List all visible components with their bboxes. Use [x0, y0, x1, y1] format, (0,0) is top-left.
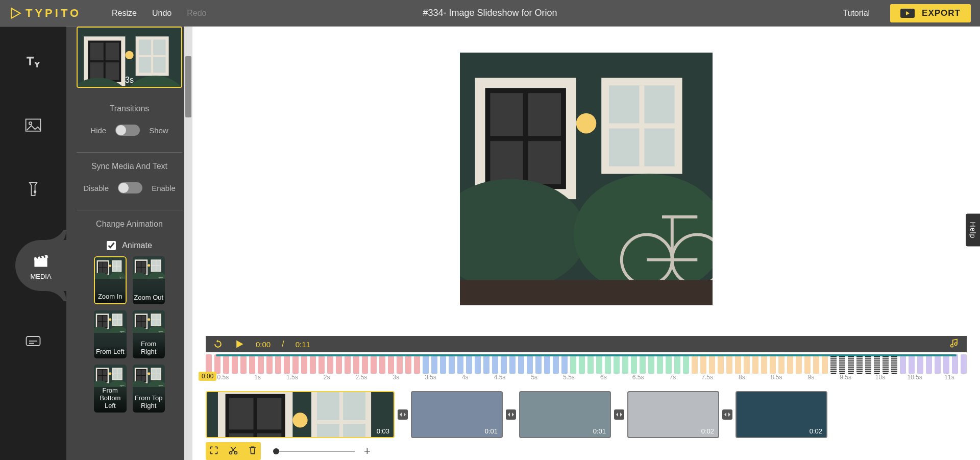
anim-option[interactable]: From Right: [133, 310, 165, 358]
resize-action[interactable]: Resize: [112, 9, 137, 18]
sync-enable-label: Enable: [152, 184, 176, 192]
sync-disable-label: Disable: [83, 184, 109, 192]
transition-button[interactable]: [721, 391, 733, 438]
clapper-icon: [32, 251, 50, 270]
anim-header: Change Animation: [77, 210, 182, 235]
animate-checkbox[interactable]: [107, 241, 116, 250]
sync-toggle[interactable]: [118, 182, 142, 193]
rail-audio[interactable]: [19, 176, 47, 204]
transitions-toggle[interactable]: [115, 125, 140, 136]
time-current: 0:00: [256, 340, 271, 349]
rail-image[interactable]: [19, 111, 47, 140]
brand-text: TYPITO: [26, 7, 81, 20]
anim-option[interactable]: From Top Right: [133, 365, 165, 413]
timeline-clip[interactable]: 0:01: [411, 391, 503, 438]
clip-track: 0:030:010:010:020:02: [206, 391, 967, 438]
rail-text[interactable]: TY: [19, 47, 47, 76]
transition-button[interactable]: [505, 391, 517, 438]
clip-toolbar: [206, 442, 261, 460]
rail-captions[interactable]: [19, 327, 47, 355]
timeline-clip[interactable]: 0:01: [519, 391, 611, 438]
restart-button[interactable]: [213, 339, 223, 349]
anim-option[interactable]: From Left: [94, 310, 127, 358]
transition-button[interactable]: [397, 391, 409, 438]
selected-media-thumb[interactable]: 3s: [77, 27, 182, 88]
project-title[interactable]: #334- Image Slideshow for Orion: [423, 8, 557, 18]
timeline-clip[interactable]: 0:03: [206, 391, 395, 438]
export-play-icon: [900, 9, 915, 18]
svg-point-24: [29, 122, 32, 125]
export-button[interactable]: EXPORT: [890, 4, 971, 22]
svg-text:T: T: [27, 55, 33, 67]
help-tab[interactable]: Help: [966, 213, 980, 247]
topbar: TYPITO Resize Undo Redo #334- Image Slid…: [0, 0, 980, 27]
logo-icon: [9, 7, 22, 20]
media-panel: 3s Transitions Hide Show Sync Media And …: [66, 27, 192, 460]
time-total: 0:11: [296, 340, 310, 349]
anim-option[interactable]: Zoom In: [94, 256, 127, 304]
split-button[interactable]: [228, 445, 238, 457]
animate-label: Animate: [122, 241, 152, 250]
rail-media-label: MEDIA: [30, 273, 51, 280]
left-rail: TY MEDIA: [0, 27, 66, 460]
playhead-tag[interactable]: 0:00: [199, 372, 216, 381]
sync-header: Sync Media And Text: [77, 152, 182, 177]
timeline-ruler[interactable]: 0:00 0.5s1s1.5s2s2.5s3s3.5s4s4.5s5s5.5s6…: [206, 374, 967, 388]
svg-point-25: [34, 191, 36, 193]
canvas-area: 0:00 / 0:11 0:00 0.5s1s1.5s2s2.5s3s3.5s4…: [192, 27, 980, 460]
redo-action: Redo: [187, 9, 206, 18]
brand-logo[interactable]: TYPITO: [9, 7, 81, 20]
play-button[interactable]: [234, 339, 244, 349]
undo-action[interactable]: Undo: [152, 9, 172, 18]
thumb-duration: 3s: [125, 76, 134, 85]
anim-option[interactable]: From Bottom Left: [94, 365, 127, 413]
transitions-hide-label: Hide: [90, 126, 106, 135]
transitions-header: Transitions: [77, 95, 182, 119]
transition-button[interactable]: [613, 391, 625, 438]
audio-waveform[interactable]: [206, 354, 967, 374]
timeline-clip[interactable]: 0:02: [627, 391, 719, 438]
preview-stage[interactable]: [460, 53, 713, 305]
anim-option[interactable]: Zoom Out: [133, 256, 165, 304]
transitions-show-label: Show: [149, 126, 168, 135]
svg-text:Y: Y: [35, 61, 40, 68]
zoom-slider[interactable]: [273, 451, 355, 452]
rail-media[interactable]: MEDIA: [15, 240, 66, 291]
delete-button[interactable]: [248, 445, 258, 457]
playbar: 0:00 / 0:11: [206, 336, 967, 352]
music-icon[interactable]: [949, 338, 960, 350]
zoom-in-icon[interactable]: +: [364, 445, 371, 458]
panel-scrollbar[interactable]: [184, 27, 192, 460]
crop-button[interactable]: [209, 445, 219, 457]
tutorial-link[interactable]: Tutorial: [843, 9, 870, 18]
timeline-clip[interactable]: 0:02: [736, 391, 827, 438]
